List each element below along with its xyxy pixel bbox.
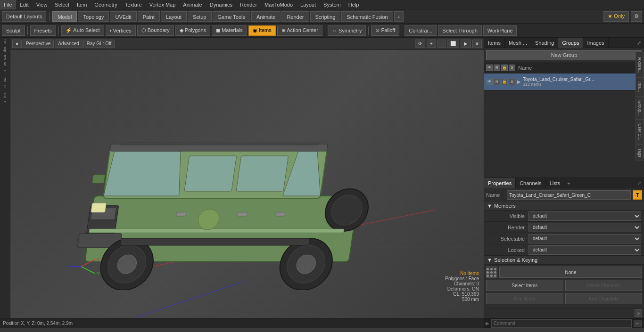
constrain-btn[interactable]: Constrai... [405,25,437,36]
new-group-btn[interactable]: New Group [486,50,642,60]
vp-render[interactable]: ▶ [461,40,471,48]
menu-layout[interactable]: Layout [297,0,320,9]
vp-more[interactable]: ≡ [472,40,482,48]
item-sel-icon[interactable]: S [509,79,515,85]
right-tab-expand[interactable]: ⤢ [634,38,644,48]
vp-frame[interactable]: ⬜ [447,40,459,48]
tab-uvedit[interactable]: UVEdit [110,11,136,22]
vp-toggle[interactable]: ● [12,40,22,48]
key-channels-btn[interactable]: Key Channels [565,293,643,304]
item-vis-icon[interactable]: 👁 [486,79,493,85]
list-icon-eye[interactable]: 👁 [486,65,493,71]
menu-select[interactable]: Select [51,0,73,9]
sidebar-item-pol[interactable]: Pol... [1,77,9,84]
command-exec-btn[interactable]: ↩ [634,320,642,327]
edge-tab-group[interactable]: Group... [636,96,644,120]
menu-texture[interactable]: Texture [121,0,146,9]
menu-view[interactable]: View [33,0,51,9]
item-expand-icon[interactable]: ▶ [517,79,521,84]
props-tab-lists[interactable]: Lists [546,178,565,188]
right-tab-groups[interactable]: Groups [558,38,583,48]
sidebar-item-uv[interactable]: UV [1,92,9,99]
props-tab-properties[interactable]: Properties [484,178,516,188]
vp-raygl[interactable]: Ray GL: Off [83,40,115,48]
vertices-btn[interactable]: • Vertices [106,25,136,36]
auto-select-btn[interactable]: ⚡ Auto Select [61,25,104,36]
tab-topology[interactable]: Topology [78,11,109,22]
sidebar-item-de[interactable]: De... [1,40,9,46]
menu-dynamics[interactable]: Dynamics [206,0,236,9]
selection-keying-header[interactable]: ▼ Selection & Keying [484,256,644,265]
tab-render[interactable]: Render [281,11,309,22]
menu-system[interactable]: System [320,0,345,9]
viewport[interactable]: ● Perspective Advanced Ray GL: Off ⟳ + -… [10,38,484,318]
menu-help[interactable]: Help [345,0,363,9]
tab-model[interactable]: Model [52,11,77,22]
symmetry-btn[interactable]: ↔ Symmetry [328,25,366,36]
tab-layout[interactable]: Layout [161,11,187,22]
menu-maxtomodo[interactable]: MaxToModo [261,0,297,9]
star-only-btn[interactable]: ★ Only [603,11,629,22]
tab-scripting[interactable]: Scripting [310,11,341,22]
menu-geometry[interactable]: Geometry [91,0,121,9]
menu-file[interactable]: File [0,0,16,9]
edge-tab-ima[interactable]: Ima... [636,77,644,96]
boundary-btn[interactable]: ⬡ Boundary [137,25,174,36]
right-tab-mesh[interactable]: Mesh ... [505,38,531,48]
sidebar-item-dup[interactable]: Dup... [1,47,9,54]
vp-orbit[interactable]: ⟳ [415,40,425,48]
list-icon-sel[interactable]: S [509,65,515,71]
sidebar-item-c[interactable]: C... [1,85,9,91]
render-select[interactable]: default on off [528,223,641,232]
items-btn[interactable]: ◉ Items [248,25,276,36]
items-list-content[interactable]: 👁 R 🔒 S ▶ Toyota_Land_Cruiser_Safari_Gr.… [484,73,644,178]
selectable-select[interactable]: default on off [528,234,641,243]
props-tab-channels[interactable]: Channels [516,178,545,188]
materials-btn[interactable]: ◼ Materials [212,25,247,36]
menu-animate[interactable]: Animate [179,0,206,9]
item-row-0[interactable]: 👁 R 🔒 S ▶ Toyota_Land_Cruiser_Safari_Gr.… [484,73,644,90]
edge-tab-texture[interactable]: Texture... [636,52,644,77]
settings-btn[interactable]: ⚙ [631,11,642,22]
falloff-btn[interactable]: ⊙ Falloff [371,25,399,36]
collapse-right-btn[interactable]: » [635,309,642,317]
right-tab-images[interactable]: Images [583,38,608,48]
right-tab-items[interactable]: Items [484,38,505,48]
name-input[interactable] [507,190,631,200]
props-tab-add[interactable]: + [564,178,573,188]
list-icon-lock[interactable]: 🔒 [501,65,508,71]
vp-advanced[interactable]: Advanced [55,40,82,48]
menu-item[interactable]: Item [73,0,91,9]
sidebar-item-mes[interactable]: Mes... [1,55,9,61]
props-expand-btn[interactable]: ⤢ [635,178,644,188]
name-tag-btn[interactable]: T [633,190,642,200]
tab-setup[interactable]: Setup [188,11,212,22]
tab-schematic[interactable]: Schematic Fusion [341,11,393,22]
key-items-btn[interactable]: Key Items [486,293,563,304]
members-section-header[interactable]: ▼ Members [484,202,644,211]
tab-gametools[interactable]: Game Tools [213,11,251,22]
none-icon[interactable] [486,267,497,278]
right-tab-shading[interactable]: Shading [531,38,558,48]
select-through-btn[interactable]: Select Through [438,25,481,36]
vp-zoom-out[interactable]: - [438,40,446,48]
sidebar-item-ve[interactable]: Ve... [1,62,9,69]
tab-paint[interactable]: Paint [138,11,160,22]
sculpt-btn[interactable]: Sculpt [2,25,25,36]
sidebar-item-f[interactable]: F... [1,100,9,106]
menu-vertexmap[interactable]: Vertex Map [146,0,180,9]
action-center-btn[interactable]: ⊕ Action Center [277,25,322,36]
command-input[interactable] [491,319,632,328]
presets-btn[interactable]: Presets [30,25,56,36]
vp-perspective[interactable]: Perspective [23,40,54,48]
item-render-icon[interactable]: R [494,79,500,85]
edge-tab-tags[interactable]: Tags [636,144,644,161]
menu-edit[interactable]: Edit [16,0,33,9]
list-icon-render[interactable]: R [494,65,500,71]
tab-animate[interactable]: Animate [251,11,281,22]
workplane-btn[interactable]: WorkPlane [483,25,517,36]
edge-tab-userc[interactable]: User C... [636,119,644,144]
locked-select[interactable]: default on off [528,245,641,255]
default-layouts-btn[interactable]: Default Layouts [2,11,46,22]
polygons-btn[interactable]: ◆ Polygons [175,25,210,36]
